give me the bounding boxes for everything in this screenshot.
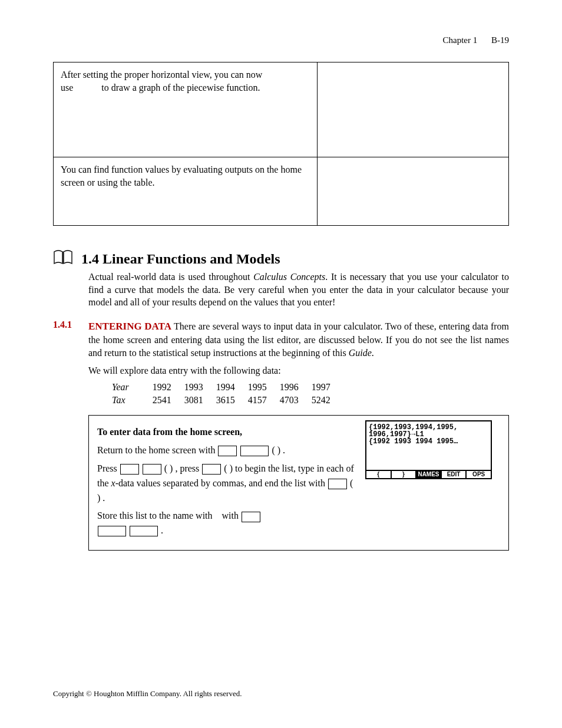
p1b: (: [272, 445, 277, 455]
cell: 1996: [280, 381, 312, 394]
top-row2-image-slot: [318, 157, 509, 226]
top-r1-a: After setting the proper horizontal view…: [61, 70, 262, 80]
page-number: B-19: [491, 35, 509, 45]
chapter-label: Chapter 1: [443, 35, 478, 45]
cell: 1997: [312, 381, 343, 394]
key-icon: [240, 446, 269, 456]
calc-menubar: { } NAMES EDIT OPS: [366, 470, 491, 478]
section-title: 1.4 Linear Functions and Models: [81, 251, 280, 267]
data-entry-lead: We will explore data entry with the foll…: [88, 365, 509, 376]
top-row2-text: You can find function values by evaluati…: [54, 157, 318, 226]
section-heading-row: 1.4 Linear Functions and Models: [53, 249, 509, 267]
table-row: Year 1992 1993 1994 1995 1996 1997: [94, 381, 343, 394]
table-row: Tax 2541 3081 3615 4157 4703 5242: [94, 394, 343, 407]
page: Chapter 1 B-19 After setting the proper …: [0, 0, 562, 728]
p1c: ) .: [277, 445, 285, 455]
copyright-footer: Copyright © Houghton Mifflin Company. Al…: [53, 689, 242, 699]
calc-menu-item: OPS: [467, 470, 491, 478]
calc-menu-item: NAMES: [416, 470, 442, 478]
calc-screen: {1992,1993,1994,1995, 1996,1997}→L1 {199…: [365, 420, 492, 479]
intro-a: Actual real-world data is used throughou…: [88, 272, 253, 282]
key-icon: [242, 512, 260, 522]
key-icon: [218, 446, 237, 456]
sub-mid: and: [88, 348, 104, 358]
section-intro: Actual real-world data is used throughou…: [88, 271, 509, 309]
instruction-text: To enter data from the home screen, Retu…: [89, 416, 365, 550]
top-r1-b: use: [61, 83, 73, 93]
cell: 5242: [312, 394, 343, 407]
year-tax-table: Year 1992 1993 1994 1995 1996 1997 Tax 2…: [94, 381, 343, 407]
calc-line: {1992 1993 1994 1995…: [369, 438, 488, 445]
instr-heading: To enter data from the home screen,: [97, 427, 242, 437]
calc-menu-item: EDIT: [442, 470, 467, 478]
page-header: Chapter 1 B-19: [53, 35, 509, 45]
key-icon: [130, 526, 158, 536]
row-label-tax: Tax: [94, 394, 153, 407]
sub-b: return to the statistical setup instruct…: [104, 348, 349, 358]
p1a: Return to the home screen with: [97, 445, 217, 455]
top-r1-c: to draw a graph of the piecewise functio…: [101, 83, 260, 93]
cell: 3081: [184, 394, 216, 407]
top-row1-image-slot: [318, 62, 509, 157]
p2a: Press: [97, 463, 120, 473]
book-icon: [53, 249, 73, 267]
p3b: with: [222, 510, 241, 521]
sub-end: .: [372, 348, 374, 358]
top-info-table: After setting the proper horizontal view…: [53, 62, 509, 226]
subsection-number: 1.4.1: [53, 319, 82, 360]
cell: 1995: [248, 381, 280, 394]
cell: 2541: [153, 394, 184, 407]
top-row1-text: After setting the proper horizontal view…: [54, 62, 318, 157]
instruction-box: To enter data from the home screen, Retu…: [88, 415, 509, 551]
cell: 1993: [184, 381, 216, 394]
calc-menu-item: {: [366, 470, 392, 478]
calc-menu-item: }: [392, 470, 417, 478]
subsection-runin: ENTERING DATA: [88, 321, 171, 332]
subsection-1-4-1: 1.4.1 ENTERING DATA There are several wa…: [53, 319, 509, 360]
p2x: x: [111, 478, 115, 488]
p3c: .: [161, 525, 163, 535]
key-icon: [202, 464, 221, 475]
cell: 4703: [280, 394, 312, 407]
cell: 3615: [216, 394, 248, 407]
key-icon: [328, 479, 347, 489]
key-icon: [98, 526, 126, 536]
cell: 1992: [153, 381, 184, 394]
cell: 1994: [216, 381, 248, 394]
p2c: ) , press: [170, 463, 201, 473]
key-icon: [120, 464, 139, 475]
sub-guide: Guide: [349, 348, 372, 358]
p3a: Store this list to the name with: [97, 510, 215, 521]
p2b: (: [164, 463, 170, 473]
subsection-body: ENTERING DATA There are several ways to …: [88, 319, 509, 360]
key-icon: [143, 464, 161, 475]
calculator-screenshot: {1992,1993,1994,1995, 1996,1997}→L1 {199…: [365, 416, 508, 550]
cell: 4157: [248, 394, 280, 407]
intro-ital: Calculus Concepts: [253, 272, 325, 282]
row-label-year: Year: [94, 381, 153, 394]
p2e: -data values separated by commas, and en…: [115, 478, 328, 488]
